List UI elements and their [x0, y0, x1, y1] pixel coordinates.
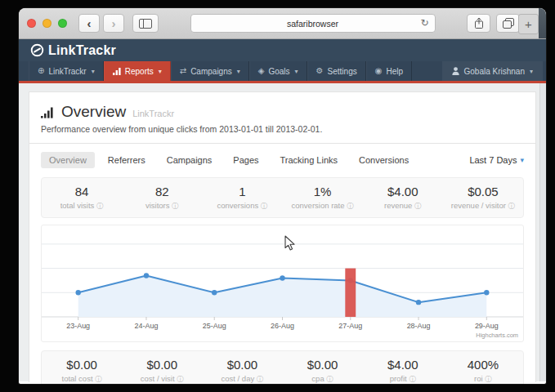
stat-cpa: $0.00cpa ⓘ [283, 358, 363, 385]
stat-cost-day: $0.00cost / day ⓘ [202, 358, 282, 385]
stat-profit: $4.00profit ⓘ [363, 358, 443, 385]
chevron-down-icon: ▾ [92, 68, 95, 75]
info-icon[interactable]: ⓘ [257, 375, 264, 383]
site-header: LinkTrackr [19, 39, 546, 61]
info-icon[interactable]: ⓘ [414, 202, 422, 210]
info-icon[interactable]: ⓘ [261, 202, 268, 210]
stat-label-text: total visits [60, 201, 96, 210]
help-icon: ◉ [375, 67, 383, 75]
page-scrollbar[interactable] [539, 83, 546, 381]
axis-label: 23-Aug [66, 322, 90, 330]
stat-roi: 400%roi ⓘ [443, 358, 523, 385]
forward-button[interactable]: › [103, 14, 124, 33]
axis-label: 24-Aug [135, 322, 159, 330]
stat-label-text: revenue / visitor [451, 201, 508, 210]
sidebar-toggle-button[interactable] [132, 14, 159, 33]
info-icon[interactable]: ⓘ [347, 202, 354, 210]
axis-label: 29-Aug [475, 322, 499, 330]
stat-label: cpa ⓘ [283, 374, 363, 385]
chevron-down-icon: ▾ [159, 68, 162, 75]
tab-pages[interactable]: Pages [225, 152, 266, 168]
stat-label: total visits ⓘ [42, 201, 122, 212]
nav-item-label: Campaigns [190, 67, 232, 76]
stat-value: $4.00 [363, 185, 443, 198]
stat-label-text: revenue [384, 201, 414, 210]
linktrackr-logo-icon [30, 43, 44, 57]
tab-referrers[interactable]: Referrers [100, 152, 154, 168]
page-subtitle: Performance overview from unique clicks … [41, 124, 524, 134]
stat-label-text: conversion rate [292, 201, 347, 210]
diamond-icon: ◈ [258, 67, 265, 75]
chart-point [280, 275, 284, 280]
back-button[interactable]: ‹ [78, 14, 100, 33]
address-bar[interactable]: safaribrowser ↻ [190, 14, 436, 33]
info-icon[interactable]: ⓘ [95, 375, 102, 383]
toolbar-right-buttons [467, 14, 520, 33]
stat-label-text: profit [390, 374, 410, 383]
sidebar-icon [139, 19, 152, 29]
history-buttons: ‹ › [78, 14, 124, 33]
user-icon [452, 67, 459, 75]
new-tab-button[interactable]: + [518, 14, 539, 34]
minimize-window-button[interactable] [43, 19, 51, 28]
stat-label-text: cost / day [222, 374, 257, 383]
close-window-button[interactable] [27, 19, 36, 28]
stat-label: cost / day ⓘ [202, 374, 282, 385]
stat-value: $0.00 [42, 358, 122, 372]
info-icon[interactable]: ⓘ [409, 375, 416, 383]
nav-item-campaigns[interactable]: ⇄Campaigns▾ [171, 61, 249, 81]
stat-visitors: 82visitors ⓘ [122, 185, 202, 212]
stat-value: $0.00 [122, 358, 202, 372]
chart-credit[interactable]: Highcharts.com [476, 332, 518, 339]
share-icon [474, 17, 484, 29]
stat-value: $0.00 [283, 358, 363, 372]
show-tabs-button[interactable] [496, 14, 520, 33]
info-icon[interactable]: ⓘ [485, 375, 492, 383]
info-icon[interactable]: ⓘ [326, 375, 333, 383]
stat-cost-visit: $0.00cost / visit ⓘ [122, 358, 202, 385]
reload-icon[interactable]: ↻ [420, 17, 428, 29]
chart-point [484, 290, 489, 295]
nav-item-settings[interactable]: ⚙Settings [307, 61, 366, 81]
info-icon[interactable]: ⓘ [96, 202, 104, 210]
site-logo-text: LinkTrackr [48, 43, 116, 58]
date-range-label: Last 7 Days [469, 155, 517, 165]
info-icon[interactable]: ⓘ [172, 202, 179, 210]
date-range-selector[interactable]: Last 7 Days ▾ [469, 155, 524, 165]
nav-item-label: Reports [125, 67, 154, 76]
nav-item-goals[interactable]: ◈Goals▾ [249, 61, 307, 81]
tabs-overview-icon [503, 18, 514, 29]
user-menu[interactable]: Gobala Krishnan▾ [442, 61, 543, 81]
section-divider [29, 143, 535, 144]
tab-conversions[interactable]: Conversions [351, 152, 417, 168]
nav-item-reports[interactable]: Reports▾ [104, 61, 171, 81]
tab-overview[interactable]: Overview [41, 152, 95, 168]
gear-icon: ⚙ [316, 67, 324, 75]
chart-point [212, 290, 217, 295]
chevron-down-icon: ▾ [295, 68, 298, 75]
browser-toolbar: ‹ › safaribrowser ↻ [19, 8, 546, 39]
nav-item-help[interactable]: ◉Help [366, 61, 412, 81]
stat-label: roi ⓘ [443, 374, 523, 385]
site-logo[interactable]: LinkTrackr [30, 43, 116, 58]
tab-campaigns[interactable]: Campaigns [159, 152, 221, 168]
axis-label: 26-Aug [271, 322, 294, 330]
zoom-window-button[interactable] [58, 19, 67, 28]
chart-bars-icon [113, 68, 121, 75]
content-card: Overview LinkTrackr Performance overview… [29, 91, 536, 382]
stat-label: profit ⓘ [363, 374, 443, 385]
stat-label: revenue / visitor ⓘ [443, 201, 523, 212]
axis-label: 28-Aug [407, 322, 431, 330]
stats-bars-icon [41, 106, 55, 118]
tab-tracking-links[interactable]: Tracking Links [272, 152, 347, 168]
stat-label-text: conversions [217, 201, 261, 210]
info-icon[interactable]: ⓘ [177, 375, 184, 383]
screenshot-canvas: ‹ › safaribrowser ↻ [0, 0, 555, 392]
stat-total-cost: $0.00total cost ⓘ [42, 358, 122, 385]
nav-item-linktrackr[interactable]: ⊕LinkTrackr▾ [29, 61, 104, 81]
share-button[interactable] [467, 14, 490, 33]
chart-point [144, 273, 149, 278]
info-icon[interactable]: ⓘ [508, 202, 516, 210]
stat-value: 82 [122, 185, 202, 198]
chevron-down-icon: ▾ [520, 156, 524, 164]
